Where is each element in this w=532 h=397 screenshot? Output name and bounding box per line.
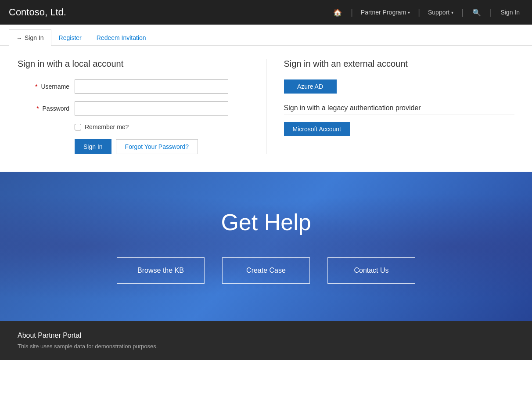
partner-program-menu[interactable]: Partner Program ▾: [358, 7, 413, 18]
partner-program-label: Partner Program: [361, 9, 406, 16]
footer-title: About Partner Portal: [18, 332, 514, 339]
local-account-title: Sign in with a local account: [18, 59, 248, 69]
register-tab-label: Register: [59, 34, 82, 41]
password-label: * Password: [18, 105, 75, 112]
signin-tab-icon: →: [16, 35, 22, 41]
password-group: * Password: [18, 101, 248, 115]
header-signin-link[interactable]: Sign In: [497, 7, 523, 18]
remember-me-group: Remember me?: [75, 123, 248, 130]
browse-kb-button[interactable]: Browse the KB: [117, 257, 205, 284]
remember-me-label: Remember me?: [85, 123, 129, 130]
header-nav: 🏠 | Partner Program ▾ | Support ▾ | 🔍 | …: [330, 7, 523, 18]
footer-text: This site uses sample data for demonstra…: [18, 343, 514, 350]
tab-signin[interactable]: → Sign In: [9, 29, 51, 46]
brand-logo: Contoso, Ltd.: [9, 7, 330, 18]
local-signin-buttons: Sign In Forgot Your Password?: [75, 139, 248, 154]
support-label: Support: [428, 9, 449, 16]
support-chevron-icon: ▾: [451, 10, 453, 15]
azure-ad-button[interactable]: Azure AD: [284, 79, 337, 94]
local-signin-button[interactable]: Sign In: [75, 139, 111, 154]
help-content: Get Help Browse the KB Create Case Conta…: [0, 191, 532, 301]
tabs-bar: → Sign In Register Redeem Invitation: [0, 25, 532, 46]
get-help-title: Get Help: [221, 209, 311, 235]
local-account-section: Sign in with a local account * Username …: [18, 59, 266, 154]
username-input[interactable]: [75, 79, 228, 94]
partner-program-chevron-icon: ▾: [408, 10, 410, 15]
search-icon[interactable]: 🔍: [469, 7, 485, 18]
support-menu[interactable]: Support ▾: [425, 7, 456, 18]
redeem-tab-label: Redeem Invitation: [97, 34, 146, 41]
tab-register[interactable]: Register: [51, 29, 89, 46]
external-account-section: Sign in with an external account Azure A…: [266, 59, 515, 154]
help-buttons-group: Browse the KB Create Case Contact Us: [26, 257, 506, 284]
forgot-password-button[interactable]: Forgot Your Password?: [116, 139, 198, 154]
contact-us-button[interactable]: Contact Us: [327, 257, 415, 284]
username-required-star: *: [35, 83, 37, 90]
username-group: * Username: [18, 79, 248, 94]
home-icon[interactable]: 🏠: [330, 7, 345, 18]
help-section: Get Help Browse the KB Create Case Conta…: [0, 172, 532, 321]
legacy-title: Sign in with a legacy authentication pro…: [284, 104, 515, 115]
footer: About Partner Portal This site uses samp…: [0, 321, 532, 360]
main-content: Sign in with a local account * Username …: [0, 46, 532, 172]
signin-tab-label: Sign In: [25, 34, 44, 41]
password-input[interactable]: [75, 101, 228, 115]
username-label: * Username: [18, 83, 75, 90]
password-required-star: *: [36, 105, 39, 112]
remember-me-checkbox[interactable]: [75, 124, 81, 130]
create-case-button[interactable]: Create Case: [222, 257, 310, 284]
external-account-title: Sign in with an external account: [284, 59, 515, 69]
legacy-section: Sign in with a legacy authentication pro…: [284, 104, 515, 136]
tab-redeem[interactable]: Redeem Invitation: [89, 29, 154, 46]
microsoft-account-button[interactable]: Microsoft Account: [284, 122, 350, 136]
header: Contoso, Ltd. 🏠 | Partner Program ▾ | Su…: [0, 0, 532, 25]
